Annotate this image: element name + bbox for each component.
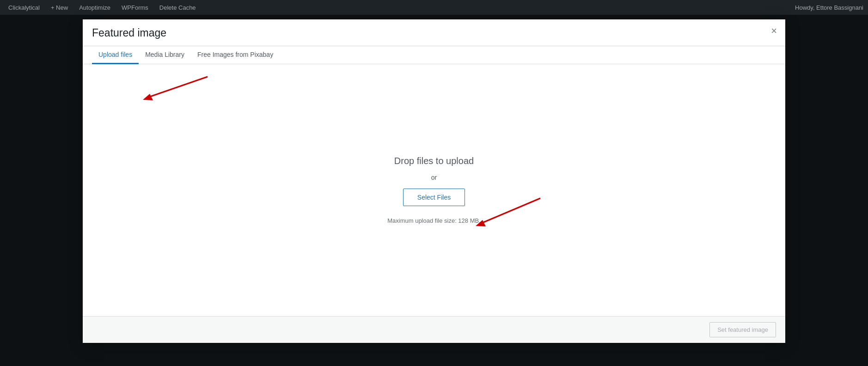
admin-bar-clickalytical: Clickalytical bbox=[5, 2, 43, 13]
admin-bar-new: + New bbox=[47, 2, 72, 13]
drop-zone[interactable]: Drop files to upload or Select Files Max… bbox=[387, 156, 481, 224]
svg-marker-1 bbox=[143, 94, 153, 100]
featured-image-modal: Featured image × Upload files Media Libr… bbox=[83, 19, 785, 343]
modal-header: Featured image × bbox=[83, 19, 785, 46]
admin-bar-wpforms: WPForms bbox=[118, 2, 152, 13]
drop-or-text: or bbox=[431, 174, 437, 181]
modal-footer: Set featured image bbox=[83, 316, 785, 343]
annotation-arrow-1 bbox=[120, 74, 212, 102]
svg-line-0 bbox=[147, 77, 208, 98]
svg-line-2 bbox=[480, 198, 540, 224]
modal-close-button[interactable]: × bbox=[769, 26, 779, 36]
modal-body: Drop files to upload or Select Files Max… bbox=[83, 64, 785, 316]
modal-overlay: Featured image × Upload files Media Libr… bbox=[0, 15, 868, 366]
tab-free-images-pixabay[interactable]: Free Images from Pixabay bbox=[191, 46, 280, 64]
upload-limit-text: Maximum upload file size: 128 MB. bbox=[387, 217, 481, 224]
set-featured-image-button[interactable]: Set featured image bbox=[709, 322, 776, 337]
tab-upload-files[interactable]: Upload files bbox=[92, 46, 139, 64]
admin-bar-autoptimize: Autoptimize bbox=[75, 2, 114, 13]
admin-bar: Clickalytical + New Autoptimize WPForms … bbox=[0, 0, 868, 15]
tab-media-library[interactable]: Media Library bbox=[139, 46, 191, 64]
select-files-button[interactable]: Select Files bbox=[403, 189, 465, 206]
drop-text: Drop files to upload bbox=[394, 156, 474, 166]
admin-bar-delete-cache: Delete Cache bbox=[156, 2, 200, 13]
modal-tabs: Upload files Media Library Free Images f… bbox=[83, 46, 785, 64]
modal-title: Featured image bbox=[92, 26, 166, 46]
admin-bar-user: Howdy, Ettore Bassignani bbox=[795, 4, 863, 11]
